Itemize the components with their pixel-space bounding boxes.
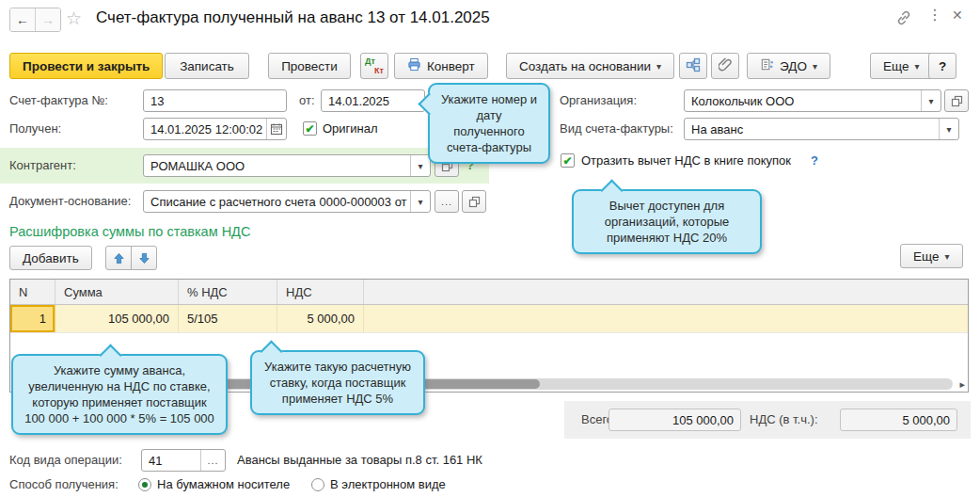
col-header-n[interactable]: N (10, 280, 55, 304)
operation-code-input[interactable]: 41 ... (141, 449, 226, 472)
invoice-number-input[interactable]: 13 (143, 89, 287, 112)
cell-amount[interactable]: 105 000,00 (55, 305, 179, 332)
close-icon[interactable]: ✕ (952, 8, 963, 23)
open-icon (951, 95, 963, 107)
reflect-deduction-label: Отразить вычет НДС в книге покупок (581, 150, 791, 172)
operation-code-description: Авансы выданные за товары п.8 ст. 161 НК (237, 449, 482, 472)
move-down-button[interactable] (131, 246, 157, 270)
table-more-button[interactable]: Еще▾ (900, 244, 963, 268)
favorite-star-icon[interactable]: ☆ (66, 8, 82, 29)
cell-rate[interactable]: 5/105 (179, 305, 277, 332)
window-menu-icon[interactable]: ⋮ (927, 6, 942, 24)
scroll-right-icon[interactable]: ▸ (959, 378, 965, 390)
related-documents-button[interactable] (679, 53, 707, 79)
structure-icon (686, 57, 701, 75)
chevron-down-icon: ▾ (914, 61, 919, 72)
chevron-down-icon[interactable]: ▾ (939, 119, 958, 139)
move-up-button[interactable] (105, 246, 132, 270)
choose-icon[interactable]: ... (200, 450, 225, 471)
chevron-down-icon: ▾ (813, 61, 817, 72)
cell-vat[interactable]: 5 000,00 (277, 305, 364, 332)
calendar-icon[interactable] (266, 119, 286, 139)
open-icon (468, 196, 481, 208)
callout-deduction: Вычет доступен для организаций, которые … (572, 189, 762, 254)
col-header-vat[interactable]: НДС (277, 280, 364, 304)
total-value: 105 000,00 (609, 409, 741, 431)
radio-electronic-label: В электронном виде (330, 473, 446, 496)
radio-electronic[interactable] (311, 478, 324, 491)
chevron-down-icon[interactable]: ▾ (410, 155, 430, 176)
vat-total-label: НДС (в т.ч.): (750, 409, 818, 431)
base-document-select[interactable]: Списание с расчетного счета 0000-000003 … (143, 190, 431, 213)
chevron-down-icon: ▾ (656, 61, 661, 72)
create-based-on-button[interactable]: Создать на основании▾ (506, 53, 674, 79)
printer-icon (407, 57, 421, 74)
attachments-button[interactable] (711, 53, 739, 79)
post-and-close-button[interactable]: Провести и закрыть (9, 53, 163, 79)
get-link-icon[interactable] (895, 9, 912, 29)
contractor-label: Контрагент: (9, 154, 76, 177)
back-icon[interactable]: ← (10, 8, 36, 31)
arrow-down-icon (138, 252, 150, 265)
base-document-label: Документ-основание: (9, 190, 131, 213)
from-label: от: (299, 89, 315, 112)
invoice-number-label: Счет-фактура №: (9, 89, 108, 112)
edo-button[interactable]: ЭДО▾ (747, 53, 830, 79)
nav-history-group[interactable]: ← → (9, 8, 61, 32)
arrow-up-icon (113, 252, 125, 265)
base-document-choose-button[interactable]: ... (435, 190, 459, 213)
callout-rate: Укажите такую расчетную ставку, когда по… (250, 350, 425, 415)
operation-code-label: Код вида операции: (9, 449, 122, 472)
post-button[interactable]: Провести (268, 53, 351, 79)
paperclip-icon (719, 57, 732, 75)
invoice-kind-label: Вид счета-фактуры: (560, 118, 673, 140)
col-header-amount[interactable]: Сумма (55, 280, 179, 304)
add-row-button[interactable]: Добавить (9, 246, 92, 270)
chevron-down-icon[interactable]: ▾ (921, 90, 940, 111)
organization-label: Организация: (560, 89, 637, 112)
edo-icon (760, 57, 774, 74)
organization-open-button[interactable] (944, 89, 969, 112)
forward-icon[interactable]: → (36, 8, 60, 31)
col-header-rate[interactable]: % НДС (179, 280, 277, 304)
vat-table-header: N Сумма % НДС НДС (10, 280, 968, 305)
help-button[interactable]: ? (928, 53, 956, 79)
toolbar-more-button[interactable]: Еще▾ (870, 53, 933, 79)
radio-paper-label: На бумажном носителе (157, 473, 290, 496)
page-title: Счет-фактура полученный на аванс 13 от 1… (96, 8, 490, 27)
received-label: Получен: (9, 118, 61, 140)
table-row[interactable]: 1 105 000,00 5/105 5 000,00 (10, 305, 968, 333)
dtkt-button[interactable]: Дт Кт (360, 53, 388, 79)
invoice-date-input[interactable]: 14.01.2025 (321, 89, 425, 112)
base-document-open-button[interactable] (462, 190, 486, 213)
envelope-print-button[interactable]: Конверт (394, 53, 488, 79)
radio-paper[interactable] (138, 478, 151, 491)
reflect-deduction-checkbox[interactable]: ✔ (561, 153, 575, 168)
col-header-filler (364, 280, 968, 304)
dtkt-icon: Дт Кт (361, 54, 387, 78)
callout-number-date: Укажите номер и дату полученного счета-ф… (428, 83, 550, 164)
organization-select[interactable]: Колокольчик ООО ▾ (684, 89, 941, 112)
cell-n[interactable]: 1 (10, 305, 55, 332)
contractor-select[interactable]: РОМАШКА ООО ▾ (143, 154, 431, 177)
received-datetime-input[interactable]: 14.01.2025 12:00:02 (143, 118, 287, 140)
original-checkbox[interactable]: ✔ (303, 121, 317, 136)
chevron-down-icon[interactable]: ▾ (410, 191, 430, 212)
save-button[interactable]: Записать (165, 53, 249, 79)
chevron-down-icon: ▾ (944, 251, 949, 262)
invoice-kind-select[interactable]: На аванс ▾ (684, 118, 959, 140)
original-checkbox-label: Оригинал (323, 118, 378, 140)
cell-filler (364, 305, 968, 332)
vat-total-value: 5 000,00 (840, 409, 957, 431)
vat-section-title: Расшифровка суммы по ставкам НДС (9, 224, 250, 239)
callout-amount: Укажите сумму аванса, увеличенную на НДС… (11, 354, 228, 435)
receipt-method-label: Способ получения: (9, 473, 119, 496)
reflect-deduction-help-link[interactable]: ? (811, 150, 818, 172)
